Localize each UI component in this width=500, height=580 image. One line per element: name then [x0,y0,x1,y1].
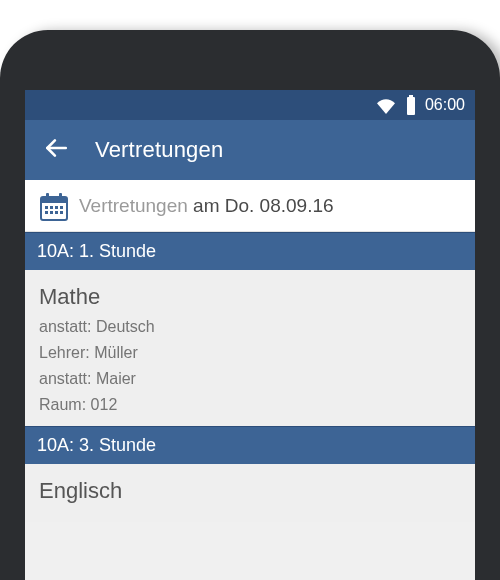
page-title: Vertretungen [95,137,223,163]
phone-frame: 06:00 Vertretungen [0,30,500,580]
calendar-icon [39,192,67,220]
screen: 06:00 Vertretungen [25,90,475,580]
date-strip[interactable]: Vertretungen am Do. 08.09.16 [25,180,475,232]
subject-label: Englisch [39,478,461,504]
svg-rect-8 [50,206,53,209]
detail-val: 012 [91,396,118,413]
wifi-icon [375,96,397,114]
detail-val: Maier [96,370,136,387]
svg-rect-14 [60,211,63,214]
detail-key: anstatt: [39,318,96,335]
date-strip-text: Vertretungen am Do. 08.09.16 [79,195,334,217]
status-bar: 06:00 [25,90,475,120]
svg-rect-5 [46,193,49,199]
svg-rect-10 [60,206,63,209]
section-header: 10A: 3. Stunde [25,426,475,464]
svg-rect-9 [55,206,58,209]
detail-row: Lehrer: Müller [39,344,461,362]
battery-icon [405,95,417,115]
substitution-card[interactable]: Englisch [25,464,475,522]
svg-rect-12 [50,211,53,214]
status-time: 06:00 [425,96,465,114]
stage: 06:00 Vertretungen [0,0,500,580]
detail-key: Raum: [39,396,91,413]
detail-key: Lehrer: [39,344,94,361]
detail-row: Raum: 012 [39,396,461,414]
substitution-card[interactable]: Mathe anstatt: Deutsch Lehrer: Müller an… [25,270,475,426]
svg-rect-11 [45,211,48,214]
date-mid: am [188,195,225,216]
detail-key: anstatt: [39,370,96,387]
svg-rect-4 [41,197,67,203]
date-prefix: Vertretungen [79,195,188,216]
subject-label: Mathe [39,284,461,310]
svg-rect-7 [45,206,48,209]
section-header: 10A: 1. Stunde [25,232,475,270]
detail-val: Müller [94,344,138,361]
detail-row: anstatt: Deutsch [39,318,461,336]
detail-val: Deutsch [96,318,155,335]
svg-rect-13 [55,211,58,214]
svg-rect-6 [59,193,62,199]
detail-row: anstatt: Maier [39,370,461,388]
app-bar: Vertretungen [25,120,475,180]
svg-rect-0 [407,97,415,115]
date-value: Do. 08.09.16 [225,195,334,216]
back-arrow-icon[interactable] [43,135,69,165]
svg-rect-1 [409,95,413,98]
